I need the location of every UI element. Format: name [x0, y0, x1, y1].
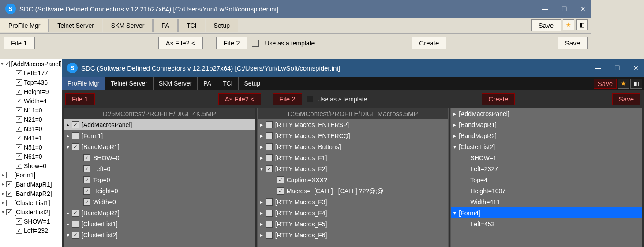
- panel2-tree[interactable]: ▸[RTTY Macros_ENTERSP]▸[RTTY Macros_ENTE…: [258, 119, 449, 247]
- tree-row[interactable]: ▸[ClusterList1]: [0, 198, 62, 207]
- tree-checkbox[interactable]: [83, 198, 90, 206]
- tree-row[interactable]: Show=0: [0, 161, 62, 170]
- tree-row[interactable]: N41=1: [0, 133, 62, 142]
- tree-checkbox[interactable]: [72, 221, 79, 228]
- tree-checkbox[interactable]: [72, 121, 79, 128]
- file1-button-dark[interactable]: File 1: [65, 93, 95, 105]
- tab-setup-dark[interactable]: Setup: [239, 77, 266, 90]
- save2-button-dark[interactable]: Save: [612, 93, 640, 105]
- tree-twisty-icon[interactable]: ▸: [258, 199, 266, 205]
- tree-checkbox[interactable]: [16, 89, 22, 95]
- tree-checkbox[interactable]: [83, 176, 90, 183]
- tree-row[interactable]: ▸[RTTY Macros_F1]: [258, 152, 449, 163]
- close-icon[interactable]: ✕: [580, 5, 586, 12]
- tree-row[interactable]: ▾[AddMacrosPanel]: [0, 59, 62, 68]
- tab-tci[interactable]: TCI: [178, 19, 205, 32]
- tree-row[interactable]: ▾[ClusterList2]: [64, 229, 255, 240]
- tool-icon[interactable]: ◧: [576, 19, 588, 30]
- file2-button-dark[interactable]: File 2: [273, 93, 302, 105]
- tool-icon-dark[interactable]: ◧: [630, 79, 642, 89]
- tree-row[interactable]: ▸[RTTY Macros_Buttons]: [258, 141, 449, 152]
- tree-row[interactable]: ▸[RTTY Macros_F3]: [258, 196, 449, 207]
- tree-checkbox[interactable]: [6, 181, 12, 187]
- tab-pa-dark[interactable]: PA: [198, 77, 217, 90]
- tree-twisty-icon[interactable]: ▸: [64, 210, 72, 216]
- tab-profile-mgr[interactable]: ProFile Mgr: [0, 19, 49, 32]
- tree-row[interactable]: ▸[RTTY Macros_ENTERCQ]: [258, 130, 449, 141]
- tree-row[interactable]: Top=4: [451, 174, 642, 185]
- tree-twisty-icon[interactable]: ▸: [0, 181, 6, 187]
- tree-checkbox[interactable]: [266, 232, 273, 239]
- tab-profile-mgr-dark[interactable]: ProFile Mgr: [62, 77, 105, 90]
- asfile2-button-dark[interactable]: As File2 <: [218, 93, 261, 105]
- tree-twisty-icon[interactable]: ▸: [258, 232, 266, 238]
- tree-row[interactable]: ▸[RTTY Macros_F5]: [258, 218, 449, 229]
- tree-row[interactable]: ▾[RTTY Macros_F2]: [258, 163, 449, 174]
- tree-checkbox[interactable]: [16, 135, 22, 141]
- tree-row[interactable]: Height=9: [0, 87, 62, 96]
- tree-row[interactable]: ▸[BandMapR2]: [451, 130, 642, 141]
- tree-row[interactable]: Width=4: [0, 96, 62, 105]
- titlebar-light[interactable]: S SDC (Software Defined Connectors v 12.…: [0, 0, 591, 18]
- tree-checkbox[interactable]: [266, 121, 273, 128]
- maximize-icon[interactable]: ☐: [614, 64, 620, 71]
- tree-checkbox[interactable]: [6, 209, 12, 215]
- tab-telnet-server-dark[interactable]: Telnet Server: [105, 77, 153, 90]
- tree-row[interactable]: Width=0: [64, 196, 255, 207]
- save-button-dark[interactable]: Save: [594, 79, 617, 89]
- tree-light[interactable]: ▾[AddMacrosPanel]Left=177Top=436Height=9…: [0, 59, 62, 247]
- tree-checkbox[interactable]: [83, 154, 90, 161]
- tree-row[interactable]: Macros=~[CALL] ~[CALL] ???@;@: [258, 185, 449, 196]
- tree-row[interactable]: Top=0: [64, 174, 255, 185]
- tree-row[interactable]: Top=436: [0, 78, 62, 87]
- tree-twisty-icon[interactable]: ▾: [258, 166, 266, 172]
- tab-tci-dark[interactable]: TCI: [217, 77, 239, 90]
- tree-row[interactable]: ▸[RTTY Macros_F6]: [258, 229, 449, 240]
- tree-twisty-icon[interactable]: ▸: [258, 144, 266, 150]
- use-template-checkbox-dark[interactable]: [307, 96, 313, 102]
- tree-checkbox[interactable]: [266, 165, 273, 172]
- tree-row[interactable]: Height=0: [64, 185, 255, 196]
- tree-twisty-icon[interactable]: ▸: [258, 133, 266, 139]
- tree-twisty-icon[interactable]: ▸: [64, 221, 72, 227]
- tab-skm-server[interactable]: SKM Server: [103, 19, 153, 32]
- tree-checkbox[interactable]: [83, 187, 90, 195]
- tab-skm-server-dark[interactable]: SKM Server: [153, 77, 198, 90]
- tab-telnet-server[interactable]: Telnet Server: [49, 19, 102, 32]
- tree-row[interactable]: ▸[AddMacrosPanel]: [64, 119, 255, 130]
- tree-checkbox[interactable]: [277, 176, 284, 183]
- tree-checkbox[interactable]: [266, 132, 273, 139]
- tree-row[interactable]: SHOW=1: [451, 152, 642, 163]
- tree-row[interactable]: ▸[BandMapR1]: [451, 119, 642, 130]
- tree-checkbox[interactable]: [266, 143, 273, 150]
- tree-row[interactable]: Left=177: [0, 68, 62, 78]
- tree-twisty-icon[interactable]: ▸: [64, 133, 72, 139]
- tree-checkbox[interactable]: [16, 144, 22, 150]
- save2-button-light[interactable]: Save: [558, 37, 588, 49]
- tree-row[interactable]: ▸[Form1]: [64, 130, 255, 141]
- tree-checkbox[interactable]: [16, 153, 22, 160]
- tree-checkbox[interactable]: [6, 200, 12, 206]
- create-button-dark[interactable]: Create: [482, 93, 515, 105]
- tree-checkbox[interactable]: [277, 187, 284, 195]
- tree-checkbox[interactable]: [16, 163, 22, 169]
- tree-twisty-icon[interactable]: ▸: [0, 200, 6, 206]
- tree-checkbox[interactable]: [266, 154, 273, 161]
- file1-button-light[interactable]: File 1: [4, 37, 35, 49]
- tree-row[interactable]: Width=411: [451, 196, 642, 207]
- tree-row[interactable]: ▾[Form4]: [451, 207, 642, 218]
- tree-row[interactable]: ▾[ClusterList2]: [0, 207, 62, 217]
- tree-row[interactable]: ▸[AddMacrosPanel]: [451, 108, 642, 119]
- close-icon[interactable]: ✕: [633, 64, 639, 71]
- tree-row[interactable]: N31=0: [0, 124, 62, 133]
- tree-row[interactable]: Left=2327: [451, 163, 642, 174]
- tree-checkbox[interactable]: [266, 198, 273, 206]
- tree-twisty-icon[interactable]: ▸: [451, 122, 459, 128]
- tree-checkbox[interactable]: [16, 116, 22, 123]
- tree-checkbox[interactable]: [16, 70, 22, 76]
- tree-twisty-icon[interactable]: ▾: [0, 61, 5, 67]
- tree-row[interactable]: ▾[ClusterList2]: [451, 141, 642, 152]
- tree-row[interactable]: ▸[BandMapR2]: [64, 207, 255, 218]
- tree-row[interactable]: Left=453: [451, 218, 642, 229]
- tree-twisty-icon[interactable]: ▸: [258, 221, 266, 227]
